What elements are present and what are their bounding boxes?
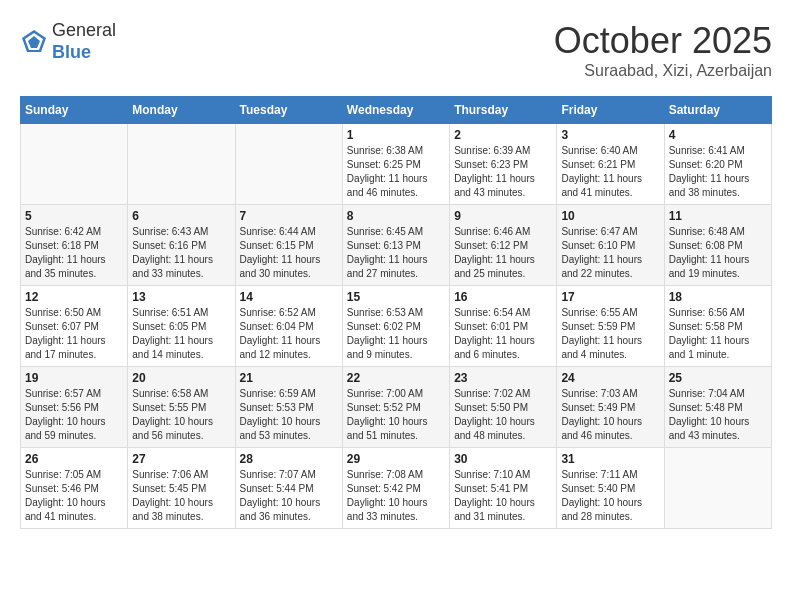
day-info: Sunrise: 6:38 AM Sunset: 6:25 PM Dayligh…: [347, 144, 445, 200]
week-row-5: 26Sunrise: 7:05 AM Sunset: 5:46 PM Dayli…: [21, 448, 772, 529]
day-number: 31: [561, 452, 659, 466]
logo-icon: [20, 28, 48, 56]
day-info: Sunrise: 7:08 AM Sunset: 5:42 PM Dayligh…: [347, 468, 445, 524]
day-info: Sunrise: 6:52 AM Sunset: 6:04 PM Dayligh…: [240, 306, 338, 362]
day-cell: 16Sunrise: 6:54 AM Sunset: 6:01 PM Dayli…: [450, 286, 557, 367]
day-number: 13: [132, 290, 230, 304]
day-info: Sunrise: 6:59 AM Sunset: 5:53 PM Dayligh…: [240, 387, 338, 443]
header-cell-wednesday: Wednesday: [342, 97, 449, 124]
logo: General Blue: [20, 20, 116, 63]
day-cell: 25Sunrise: 7:04 AM Sunset: 5:48 PM Dayli…: [664, 367, 771, 448]
day-number: 30: [454, 452, 552, 466]
day-number: 4: [669, 128, 767, 142]
day-cell: 22Sunrise: 7:00 AM Sunset: 5:52 PM Dayli…: [342, 367, 449, 448]
day-info: Sunrise: 6:40 AM Sunset: 6:21 PM Dayligh…: [561, 144, 659, 200]
day-number: 7: [240, 209, 338, 223]
day-cell: 1Sunrise: 6:38 AM Sunset: 6:25 PM Daylig…: [342, 124, 449, 205]
week-row-3: 12Sunrise: 6:50 AM Sunset: 6:07 PM Dayli…: [21, 286, 772, 367]
day-number: 12: [25, 290, 123, 304]
day-number: 6: [132, 209, 230, 223]
day-cell: 24Sunrise: 7:03 AM Sunset: 5:49 PM Dayli…: [557, 367, 664, 448]
day-info: Sunrise: 6:44 AM Sunset: 6:15 PM Dayligh…: [240, 225, 338, 281]
day-number: 18: [669, 290, 767, 304]
day-number: 20: [132, 371, 230, 385]
day-cell: 18Sunrise: 6:56 AM Sunset: 5:58 PM Dayli…: [664, 286, 771, 367]
day-cell: 23Sunrise: 7:02 AM Sunset: 5:50 PM Dayli…: [450, 367, 557, 448]
day-cell: 14Sunrise: 6:52 AM Sunset: 6:04 PM Dayli…: [235, 286, 342, 367]
logo-text: General Blue: [52, 20, 116, 63]
day-number: 26: [25, 452, 123, 466]
day-info: Sunrise: 6:54 AM Sunset: 6:01 PM Dayligh…: [454, 306, 552, 362]
day-info: Sunrise: 6:43 AM Sunset: 6:16 PM Dayligh…: [132, 225, 230, 281]
day-number: 17: [561, 290, 659, 304]
day-number: 8: [347, 209, 445, 223]
logo-blue: Blue: [52, 42, 116, 64]
day-cell: [664, 448, 771, 529]
day-number: 11: [669, 209, 767, 223]
day-cell: 4Sunrise: 6:41 AM Sunset: 6:20 PM Daylig…: [664, 124, 771, 205]
week-row-4: 19Sunrise: 6:57 AM Sunset: 5:56 PM Dayli…: [21, 367, 772, 448]
day-info: Sunrise: 7:06 AM Sunset: 5:45 PM Dayligh…: [132, 468, 230, 524]
day-cell: 6Sunrise: 6:43 AM Sunset: 6:16 PM Daylig…: [128, 205, 235, 286]
day-cell: 10Sunrise: 6:47 AM Sunset: 6:10 PM Dayli…: [557, 205, 664, 286]
day-cell: 3Sunrise: 6:40 AM Sunset: 6:21 PM Daylig…: [557, 124, 664, 205]
day-info: Sunrise: 6:55 AM Sunset: 5:59 PM Dayligh…: [561, 306, 659, 362]
day-cell: 7Sunrise: 6:44 AM Sunset: 6:15 PM Daylig…: [235, 205, 342, 286]
week-row-2: 5Sunrise: 6:42 AM Sunset: 6:18 PM Daylig…: [21, 205, 772, 286]
day-number: 16: [454, 290, 552, 304]
day-number: 19: [25, 371, 123, 385]
day-cell: 29Sunrise: 7:08 AM Sunset: 5:42 PM Dayli…: [342, 448, 449, 529]
week-row-1: 1Sunrise: 6:38 AM Sunset: 6:25 PM Daylig…: [21, 124, 772, 205]
day-number: 27: [132, 452, 230, 466]
day-cell: 2Sunrise: 6:39 AM Sunset: 6:23 PM Daylig…: [450, 124, 557, 205]
day-number: 21: [240, 371, 338, 385]
day-cell: 13Sunrise: 6:51 AM Sunset: 6:05 PM Dayli…: [128, 286, 235, 367]
day-info: Sunrise: 6:51 AM Sunset: 6:05 PM Dayligh…: [132, 306, 230, 362]
day-number: 10: [561, 209, 659, 223]
day-cell: 8Sunrise: 6:45 AM Sunset: 6:13 PM Daylig…: [342, 205, 449, 286]
day-info: Sunrise: 6:48 AM Sunset: 6:08 PM Dayligh…: [669, 225, 767, 281]
day-number: 29: [347, 452, 445, 466]
day-number: 5: [25, 209, 123, 223]
day-info: Sunrise: 6:57 AM Sunset: 5:56 PM Dayligh…: [25, 387, 123, 443]
title-section: October 2025 Suraabad, Xizi, Azerbaijan: [554, 20, 772, 80]
day-cell: 26Sunrise: 7:05 AM Sunset: 5:46 PM Dayli…: [21, 448, 128, 529]
day-info: Sunrise: 7:04 AM Sunset: 5:48 PM Dayligh…: [669, 387, 767, 443]
day-cell: [235, 124, 342, 205]
day-number: 23: [454, 371, 552, 385]
day-cell: 21Sunrise: 6:59 AM Sunset: 5:53 PM Dayli…: [235, 367, 342, 448]
day-info: Sunrise: 6:50 AM Sunset: 6:07 PM Dayligh…: [25, 306, 123, 362]
header-cell-saturday: Saturday: [664, 97, 771, 124]
day-info: Sunrise: 6:47 AM Sunset: 6:10 PM Dayligh…: [561, 225, 659, 281]
header-cell-monday: Monday: [128, 97, 235, 124]
day-info: Sunrise: 6:53 AM Sunset: 6:02 PM Dayligh…: [347, 306, 445, 362]
logo-general: General: [52, 20, 116, 42]
day-info: Sunrise: 7:03 AM Sunset: 5:49 PM Dayligh…: [561, 387, 659, 443]
calendar-header: SundayMondayTuesdayWednesdayThursdayFrid…: [21, 97, 772, 124]
day-number: 2: [454, 128, 552, 142]
day-number: 9: [454, 209, 552, 223]
month-title: October 2025: [554, 20, 772, 62]
calendar-table: SundayMondayTuesdayWednesdayThursdayFrid…: [20, 96, 772, 529]
day-info: Sunrise: 7:02 AM Sunset: 5:50 PM Dayligh…: [454, 387, 552, 443]
header-cell-thursday: Thursday: [450, 97, 557, 124]
day-info: Sunrise: 7:10 AM Sunset: 5:41 PM Dayligh…: [454, 468, 552, 524]
day-cell: [21, 124, 128, 205]
location: Suraabad, Xizi, Azerbaijan: [554, 62, 772, 80]
day-info: Sunrise: 6:56 AM Sunset: 5:58 PM Dayligh…: [669, 306, 767, 362]
day-cell: 28Sunrise: 7:07 AM Sunset: 5:44 PM Dayli…: [235, 448, 342, 529]
day-cell: 9Sunrise: 6:46 AM Sunset: 6:12 PM Daylig…: [450, 205, 557, 286]
day-number: 3: [561, 128, 659, 142]
day-info: Sunrise: 7:07 AM Sunset: 5:44 PM Dayligh…: [240, 468, 338, 524]
day-number: 28: [240, 452, 338, 466]
day-number: 24: [561, 371, 659, 385]
day-number: 25: [669, 371, 767, 385]
header-cell-tuesday: Tuesday: [235, 97, 342, 124]
day-number: 14: [240, 290, 338, 304]
day-cell: 31Sunrise: 7:11 AM Sunset: 5:40 PM Dayli…: [557, 448, 664, 529]
day-number: 22: [347, 371, 445, 385]
day-info: Sunrise: 6:39 AM Sunset: 6:23 PM Dayligh…: [454, 144, 552, 200]
day-cell: [128, 124, 235, 205]
day-cell: 11Sunrise: 6:48 AM Sunset: 6:08 PM Dayli…: [664, 205, 771, 286]
day-number: 15: [347, 290, 445, 304]
